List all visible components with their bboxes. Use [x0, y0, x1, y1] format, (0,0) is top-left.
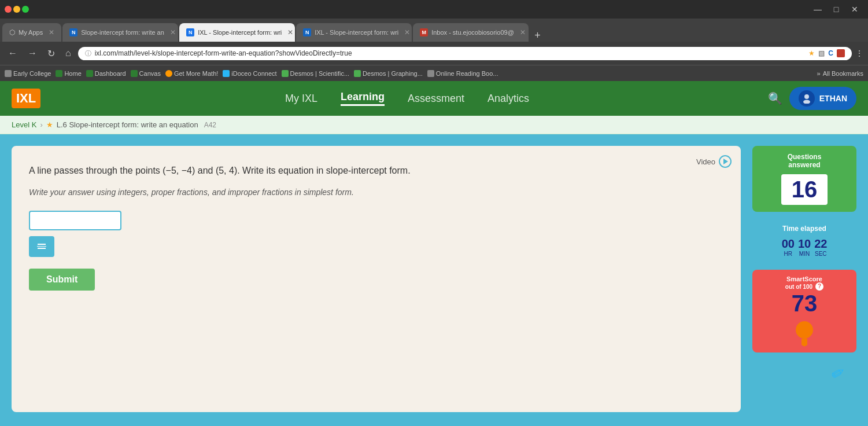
bookmark-get-more-math[interactable]: Get More Math!: [165, 70, 218, 77]
bookmark-desmos-graph[interactable]: Desmos | Graphing...: [354, 70, 423, 77]
smartscore-box: SmartScore out of 100 ? 73: [752, 270, 856, 352]
tab-close-2[interactable]: ✕: [287, 28, 293, 36]
bookmarks-expand[interactable]: » All Bookmarks: [817, 70, 863, 77]
tab-close-3[interactable]: ✕: [404, 28, 410, 36]
tab-slope-1[interactable]: N Slope-intercept form: write an ✕: [62, 23, 178, 42]
shield-icon: ▧: [818, 49, 825, 57]
nav-assessment[interactable]: Assessment: [408, 93, 464, 105]
time-hr-value: 00: [782, 237, 795, 251]
minimize-window[interactable]: —: [809, 3, 826, 15]
tab-label-3: IXL - Slope-intercept form: wri: [315, 29, 398, 36]
time-sec-value: 22: [814, 237, 827, 251]
minimize-btn[interactable]: [13, 6, 20, 13]
info-icon[interactable]: ?: [815, 282, 823, 291]
pencil-icon: ✏: [828, 362, 848, 385]
tab-close-my-apps[interactable]: ✕: [49, 28, 54, 36]
idoceo-icon: [223, 70, 230, 77]
bookmark-desmos-sci[interactable]: Desmos | Scientific...: [282, 70, 350, 77]
ixl-tab-icon-3: N: [303, 28, 311, 36]
ixl-app: IXL My IXL Learning Assessment Analytics…: [0, 81, 868, 424]
bookmark-reading[interactable]: Online Reading Boo...: [427, 70, 498, 77]
submit-button[interactable]: Submit: [29, 269, 95, 291]
close-window[interactable]: ✕: [846, 3, 863, 15]
desmos-graph-icon: [354, 70, 361, 77]
svg-point-0: [804, 94, 809, 99]
time-display: 00 HR 10 MIN 22 SEC: [758, 237, 851, 257]
breadcrumb-separator: ›: [40, 120, 42, 129]
reading-icon: [427, 70, 434, 77]
brave-icon: C: [828, 49, 833, 57]
get-more-math-icon: [165, 70, 172, 77]
close-btn[interactable]: [5, 6, 12, 13]
browser-chrome: — □ ✕ ⬡ My Apps ✕ N Slope-intercept form…: [0, 0, 868, 81]
bookmark-dashboard-label: Dashboard: [95, 70, 126, 77]
address-text: ixl.com/math/level-k/slope-intercept-for…: [95, 49, 809, 57]
tab-label: My Apps: [19, 29, 43, 36]
breadcrumb-level[interactable]: Level K: [12, 120, 36, 129]
answer-input[interactable]: [29, 211, 121, 230]
bookmark-early-college[interactable]: Early College: [5, 70, 51, 77]
tab-bar: ⬡ My Apps ✕ N Slope-intercept form: writ…: [0, 19, 868, 42]
time-sec-label: SEC: [814, 251, 827, 257]
medal-icon: [758, 321, 851, 347]
address-icons: ★ ▧ C: [808, 49, 845, 57]
user-menu-button[interactable]: ETHAN: [789, 87, 856, 110]
smartscore-label: SmartScore out of 100 ?: [758, 276, 851, 291]
bookmark-desmos-graph-label: Desmos | Graphing...: [363, 70, 423, 77]
question-hint: Write your answer using integers, proper…: [29, 188, 723, 197]
time-elapsed-box: Time elapsed 00 HR 10 MIN 22 SEC: [752, 219, 856, 263]
sidebar: Questionsanswered 16 Time elapsed 00 HR …: [752, 146, 856, 412]
frac-line: [37, 246, 46, 247]
qa-label: Questionsanswered: [759, 153, 849, 170]
menu-icon[interactable]: ⋮: [855, 49, 863, 58]
medal-ribbon: [801, 339, 807, 347]
star-icon[interactable]: ★: [46, 120, 53, 129]
bookmark-home[interactable]: Home: [56, 70, 81, 77]
nav-my-ixl[interactable]: My IXL: [285, 93, 317, 105]
fraction-button[interactable]: [29, 236, 54, 257]
restore-window[interactable]: □: [828, 3, 845, 15]
question-card: Video A line passes through the points (…: [12, 146, 741, 412]
tab-label-1: Slope-intercept form: write an: [81, 29, 164, 36]
bookmark-dashboard[interactable]: Dashboard: [86, 70, 126, 77]
bookmark-canvas[interactable]: Canvas: [131, 70, 161, 77]
qa-label-text: Questionsanswered: [788, 153, 822, 169]
desmos-sci-icon: [282, 70, 289, 77]
ixl-tab-icon-2: N: [186, 28, 194, 36]
nav-analytics[interactable]: Analytics: [487, 93, 529, 105]
search-icon[interactable]: 🔍: [768, 91, 782, 105]
time-hours: 00 HR: [782, 237, 795, 257]
time-min-value: 10: [798, 237, 811, 251]
ixl-logo[interactable]: IXL: [12, 89, 40, 108]
breadcrumb-code: A42: [204, 121, 216, 129]
questions-answered-box: Questionsanswered 16: [752, 146, 856, 212]
star-icon[interactable]: ★: [808, 49, 815, 57]
frac-numerator-bar: [38, 244, 46, 245]
nav-learning[interactable]: Learning: [341, 91, 385, 106]
bookmark-idoceo[interactable]: iDoceo Connect: [223, 70, 276, 77]
all-bookmarks-label: All Bookmarks: [823, 70, 863, 77]
time-minutes: 10 MIN: [798, 237, 811, 257]
tab-label-2: IXL - Slope-intercept form: wri: [198, 29, 282, 36]
home-button[interactable]: ⌂: [62, 47, 75, 60]
frac-denominator-bar: [38, 248, 46, 249]
tab-my-apps[interactable]: ⬡ My Apps ✕: [2, 23, 61, 42]
tab-label-mail: Inbox - stu.ejocobiosorio09@: [431, 29, 514, 36]
ixl-tab-icon-1: N: [69, 28, 77, 36]
address-bar[interactable]: ⓘ ixl.com/math/level-k/slope-intercept-f…: [78, 47, 852, 60]
tab-close-1[interactable]: ✕: [170, 28, 176, 36]
smartscore-label-text: SmartScore: [786, 276, 822, 282]
new-tab-button[interactable]: +: [530, 30, 545, 42]
tab-mail[interactable]: M Inbox - stu.ejocobiosorio09@ ✕: [413, 23, 529, 42]
reload-button[interactable]: ↻: [44, 47, 58, 60]
tab-slope-3[interactable]: N IXL - Slope-intercept form: wri ✕: [296, 23, 412, 42]
nav-right: 🔍 ETHAN: [768, 87, 856, 110]
video-link[interactable]: Video: [696, 155, 732, 168]
tab-close-mail[interactable]: ✕: [520, 28, 526, 36]
forward-button[interactable]: →: [24, 47, 40, 60]
maximize-btn[interactable]: [22, 6, 29, 13]
tab-slope-2[interactable]: N IXL - Slope-intercept form: wri ✕: [179, 23, 295, 42]
bookmark-reading-label: Online Reading Boo...: [436, 70, 498, 77]
play-triangle: [723, 159, 728, 164]
back-button[interactable]: ←: [5, 47, 21, 60]
